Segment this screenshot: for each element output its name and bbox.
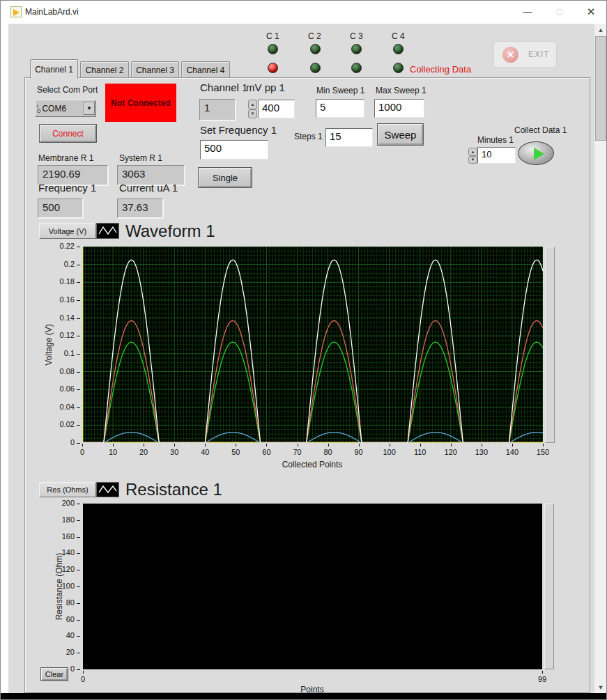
waveform-x-axis-title: Collected Points [243, 460, 382, 469]
close-button[interactable]: ✕ [575, 1, 607, 22]
c4-top-led [393, 44, 404, 54]
led-label-c3: C 3 [350, 31, 363, 41]
connect-button[interactable]: Connect [39, 124, 97, 143]
current-ua-label: Current uA 1 [119, 182, 178, 194]
x-tick-label: 30 [162, 448, 187, 456]
x-tick-label: 50 [223, 448, 248, 456]
exit-button[interactable]: ✕ EXIT [493, 41, 557, 68]
bottom-black-bar [1, 693, 607, 700]
c1-top-led [268, 44, 278, 54]
x-tick-label: 40 [192, 448, 217, 456]
app-window: MainLabArd.vi — □ ✕ C 1 C 2 C 3 C 4 Coll… [0, 0, 607, 700]
x-tick-label: 150 [530, 448, 555, 456]
x-tick-label: 20 [131, 448, 156, 456]
x-tick-label: 0 [70, 675, 95, 683]
mvpp-stepper[interactable]: ▲▼ [248, 100, 257, 118]
led-label-c4: C 4 [392, 31, 405, 41]
y-tick-label: 20 [66, 648, 75, 656]
steps-label: Steps 1 [294, 132, 323, 141]
waveform-chart-title: Waveform 1 [125, 221, 215, 241]
collect-data-button[interactable] [518, 141, 554, 165]
resistance-chart-title: Resistance 1 [125, 480, 222, 499]
tab-channel-2[interactable]: Channel 2 [80, 61, 129, 78]
channel-indicator: 1 [199, 99, 236, 120]
y-tick-label: 0.02 [60, 420, 75, 428]
mvpp-label: mV pp 1 [246, 81, 285, 93]
x-tick-label: 100 [377, 448, 402, 456]
y-tick-label: 40 [66, 631, 75, 639]
decrement-arrow-icon[interactable]: ▼ [248, 109, 257, 119]
led-label-c1: C 1 [266, 31, 279, 41]
tab-channel-1[interactable]: Channel 1 [30, 59, 78, 79]
clear-button[interactable]: Clear [40, 667, 68, 681]
x-tick-label: 10 [100, 448, 125, 456]
y-tick-label: 80 [66, 598, 75, 607]
x-tick-label: 140 [500, 448, 525, 456]
set-frequency-label: Set Frequency 1 [200, 124, 277, 136]
steps-input[interactable]: 15 [325, 128, 373, 147]
waveform-plot-area[interactable] [82, 247, 543, 443]
y-tick-label: 0.14 [60, 313, 75, 322]
labview-vi-icon [10, 6, 22, 17]
exit-x-icon: ✕ [502, 47, 518, 63]
increment-arrow-icon[interactable]: ▲ [248, 100, 257, 109]
scroll-up-arrow-icon[interactable]: ▲ [594, 24, 607, 36]
waveform-legend-label[interactable]: Voltage (V) [39, 223, 96, 239]
led-label-c2: C 2 [308, 31, 321, 41]
frequency-label: Frequency 1 [38, 182, 96, 194]
resistance-sample-icon[interactable] [96, 482, 119, 497]
y-tick-label: 60 [66, 615, 75, 623]
combo-dropdown-arrow-icon[interactable]: ▼ [84, 102, 95, 115]
minimize-button[interactable]: — [512, 1, 544, 22]
min-sweep-label: Min Sweep 1 [316, 86, 364, 95]
increment-arrow-icon[interactable]: ▲ [468, 148, 477, 156]
channel-label: Channel 1 [200, 81, 247, 93]
y-tick-label: 0.06 [60, 384, 75, 393]
decrement-arrow-icon[interactable]: ▼ [468, 156, 477, 164]
y-tick-label: 0 [70, 438, 75, 446]
system-r-label: System R 1 [119, 153, 162, 163]
min-sweep-input[interactable]: 5 [316, 99, 364, 118]
tab-channel-4[interactable]: Channel 4 [181, 61, 230, 78]
y-tick-label: 0 [70, 664, 75, 673]
maximize-button[interactable]: □ [544, 1, 576, 22]
collecting-data-status: Collecting Data [410, 64, 471, 75]
resistance-legend-label[interactable]: Res (Ohms) [39, 482, 96, 497]
y-tick-label: 0.1 [64, 349, 75, 357]
x-tick-label: 70 [285, 448, 310, 456]
minutes-input[interactable]: 10 [477, 147, 516, 164]
resistance-chart-frame [544, 504, 554, 669]
c1-bottom-led [268, 63, 278, 73]
scrollbar-thumb[interactable] [595, 36, 606, 141]
single-button[interactable]: Single [198, 167, 252, 188]
c2-bottom-led [310, 63, 321, 73]
x-tick-label: 90 [346, 448, 371, 456]
y-tick-label: 0.04 [60, 403, 75, 411]
window-title: MainLabArd.vi [25, 7, 79, 17]
minutes-stepper[interactable]: ▲▼ [468, 148, 477, 164]
sweep-button[interactable]: Sweep [377, 123, 424, 146]
resistance-y-axis-title: Resistance (Ohm) [54, 517, 64, 656]
waveform-x-axis: 0102030405060708090100110120130140150 [82, 444, 543, 458]
vertical-scrollbar[interactable]: ▲ ▼ [594, 24, 607, 693]
not-connected-indicator: Not Connected [105, 84, 176, 122]
y-tick-label: 0.16 [60, 295, 75, 304]
resistance-plot-area[interactable] [83, 504, 542, 669]
y-tick-label: 200 [62, 499, 75, 507]
c3-bottom-led [351, 63, 362, 73]
max-sweep-label: Max Sweep 1 [376, 86, 427, 95]
x-tick-label: 120 [438, 448, 463, 456]
set-frequency-input[interactable]: 500 [200, 140, 268, 160]
resistance-x-axis: 099 [83, 671, 542, 685]
y-tick-label: 0.18 [60, 277, 75, 286]
tab-channel-3[interactable]: Channel 3 [131, 61, 179, 78]
mvpp-input[interactable]: 400 [258, 100, 295, 118]
play-triangle-icon [534, 148, 544, 160]
x-tick-label: 99 [530, 675, 555, 683]
max-sweep-input[interactable]: 1000 [374, 99, 424, 118]
scroll-down-arrow-icon[interactable]: ▼ [594, 681, 607, 693]
membrane-r-label: Membrane R 1 [38, 153, 93, 163]
com-port-combo[interactable]: IO COM6 ▼ [35, 100, 96, 117]
y-tick-label: 0.08 [60, 367, 75, 375]
waveform-sample-icon[interactable] [96, 223, 119, 239]
